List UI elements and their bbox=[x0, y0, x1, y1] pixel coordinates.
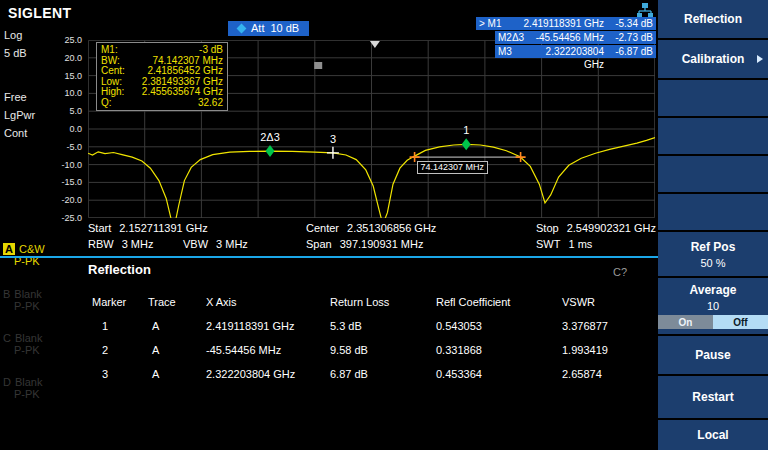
scale-div-label: 5 dB bbox=[4, 47, 27, 59]
table-cell: A bbox=[148, 320, 206, 332]
trace-id: D bbox=[3, 376, 11, 388]
softkey-label: Ref Pos bbox=[691, 240, 736, 254]
rbw-setting: RBW3 MHz bbox=[88, 238, 153, 250]
info-value: 2.455635674 GHz bbox=[142, 87, 223, 98]
softkey-calibration[interactable]: Calibration bbox=[658, 40, 768, 78]
marker-diamond-icon bbox=[462, 138, 471, 150]
softkey-pause[interactable]: Pause bbox=[658, 336, 768, 374]
marker-label: 1 bbox=[463, 124, 469, 136]
trigger-label: Free bbox=[4, 91, 27, 103]
marker-name: > M1 bbox=[479, 17, 511, 30]
trace-detector: P-PK bbox=[3, 300, 42, 312]
table-cell: 2.322203804 GHz bbox=[206, 368, 330, 380]
trace-id: A bbox=[3, 243, 15, 255]
softkey-restart[interactable]: Restart bbox=[658, 376, 768, 418]
marker-readout-row-m2d3: M2Δ3 -45.54456 MHz -2.73 dB bbox=[495, 31, 656, 44]
table-cell: A bbox=[148, 368, 206, 380]
trace-mode: Blank bbox=[15, 376, 43, 388]
column-header: Trace bbox=[148, 296, 206, 308]
swt-setting: SWT1 ms bbox=[536, 238, 592, 250]
stop-frequency: Stop2.549902321 GHz bbox=[536, 222, 656, 234]
table-cell: 9.58 dB bbox=[330, 344, 436, 356]
y-axis-tick-label: -5.0 bbox=[54, 142, 82, 152]
softkey-label: Pause bbox=[695, 348, 730, 362]
y-axis-tick-label: -15.0 bbox=[54, 177, 82, 187]
table-cell: 1.993419 bbox=[562, 344, 637, 356]
column-header: VSWR bbox=[562, 296, 637, 308]
att-diamond-icon bbox=[237, 24, 247, 34]
table-cell: 0.453364 bbox=[436, 368, 562, 380]
trace-mode: Blank bbox=[14, 288, 42, 300]
preamp-label: LgPwr bbox=[4, 109, 35, 121]
trace-id: B bbox=[3, 288, 10, 300]
marker-cross-icon bbox=[327, 147, 339, 159]
softkey-ref-pos[interactable]: Ref Pos 50 % bbox=[658, 232, 768, 276]
softkey-blank-4[interactable] bbox=[658, 194, 768, 230]
info-label: High: bbox=[101, 87, 124, 98]
softkey-label: Restart bbox=[692, 390, 733, 404]
trace-indicator-c: CBlank P-PK bbox=[3, 332, 42, 356]
marker-name: M2Δ3 bbox=[498, 31, 530, 44]
trace-indicator-a: AC&W P-PK bbox=[3, 243, 45, 267]
y-axis-tick-label: -25.0 bbox=[54, 213, 82, 223]
vbw-setting: VBW3 MHz bbox=[183, 238, 248, 250]
table-cell: 2 bbox=[92, 344, 148, 356]
y-axis-tick-label: -10.0 bbox=[54, 160, 82, 170]
y-axis-tick-label: -20.0 bbox=[54, 195, 82, 205]
table-cell: 5.3 dB bbox=[330, 320, 436, 332]
trace-id: C bbox=[3, 332, 11, 344]
softkey-label: Local bbox=[697, 428, 728, 442]
marker-readout-row-m1: > M1 2.419118391 GHz -5.34 dB bbox=[476, 17, 656, 30]
softkey-local[interactable]: Local bbox=[658, 420, 768, 450]
table-cell: -45.54456 MHz bbox=[206, 344, 330, 356]
softkey-reflection[interactable]: Reflection bbox=[658, 0, 768, 38]
marker-x-value: -45.54456 MHz bbox=[533, 31, 604, 44]
marker-x-value: 2.419118391 GHz bbox=[514, 17, 604, 30]
trace-indicator-b: BBlank P-PK bbox=[3, 288, 42, 312]
y-axis-tick-label: 0.0 bbox=[54, 124, 82, 134]
table-cell: 6.87 dB bbox=[330, 368, 436, 380]
bandwidth-label: 74.142307 MHz bbox=[417, 161, 489, 174]
column-header: X Axis bbox=[206, 296, 330, 308]
lan-icon bbox=[637, 3, 653, 18]
y-axis-tick-label: 15.0 bbox=[54, 71, 82, 81]
span-setting: Span397.190931 MHz bbox=[306, 238, 423, 250]
measurement-table: Marker Trace X Axis Return Loss Refl Coe… bbox=[92, 290, 644, 386]
column-header: Return Loss bbox=[330, 296, 436, 308]
table-cell: 0.543053 bbox=[436, 320, 562, 332]
measurement-title: Reflection bbox=[88, 262, 151, 277]
marker-label: 2Δ3 bbox=[260, 131, 280, 143]
marker-readout-panel: > M1 2.419118391 GHz -5.34 dB M2Δ3 -45.5… bbox=[476, 17, 656, 59]
marker-y-value: -6.87 dB bbox=[607, 45, 653, 58]
marker-label: 3 bbox=[330, 133, 336, 145]
toggle-option-off[interactable]: Off bbox=[713, 315, 768, 329]
column-header: Refl Coefficient bbox=[436, 296, 562, 308]
correction-indicator: C? bbox=[613, 266, 627, 278]
softkey-average[interactable]: Average 10 On Off bbox=[658, 278, 768, 334]
attenuation-chip[interactable]: Att 10 dB bbox=[228, 21, 309, 36]
info-label: M1: bbox=[101, 45, 118, 56]
y-axis-tick-label: 25.0 bbox=[54, 35, 82, 45]
info-value: 2.41856452 GHz bbox=[147, 66, 223, 77]
softkey-value: 10 bbox=[707, 300, 719, 312]
y-axis: 25.020.015.010.05.00.0-5.0-10.0-15.0-20.… bbox=[56, 40, 84, 218]
toggle-option-on[interactable]: On bbox=[658, 315, 713, 329]
start-frequency: Start2.152711391 GHz bbox=[88, 222, 208, 234]
softkey-blank-2[interactable] bbox=[658, 118, 768, 154]
table-cell: 0.331868 bbox=[436, 344, 562, 356]
info-value: -3 dB bbox=[199, 45, 223, 56]
att-value: 10 dB bbox=[270, 21, 299, 36]
marker-x-value: 2.322203804 GHz bbox=[533, 45, 604, 58]
gray-square-indicator bbox=[314, 62, 322, 69]
softkey-blank-1[interactable] bbox=[658, 80, 768, 116]
ndb-info-box: M1:-3 dB BW:74.142307 MHz Cent:2.4185645… bbox=[96, 42, 228, 111]
trace-detector: P-PK bbox=[3, 388, 42, 400]
softkey-blank-3[interactable] bbox=[658, 156, 768, 192]
table-cell: 1 bbox=[92, 320, 148, 332]
average-toggle: On Off bbox=[658, 315, 768, 329]
marker-readout-row-m3: M3 2.322203804 GHz -6.87 dB bbox=[495, 45, 656, 58]
marker-y-value: -5.34 dB bbox=[607, 17, 653, 30]
softkey-label: Reflection bbox=[684, 12, 742, 26]
table-cell: 3.376877 bbox=[562, 320, 637, 332]
trace-mode: Blank bbox=[15, 332, 43, 344]
